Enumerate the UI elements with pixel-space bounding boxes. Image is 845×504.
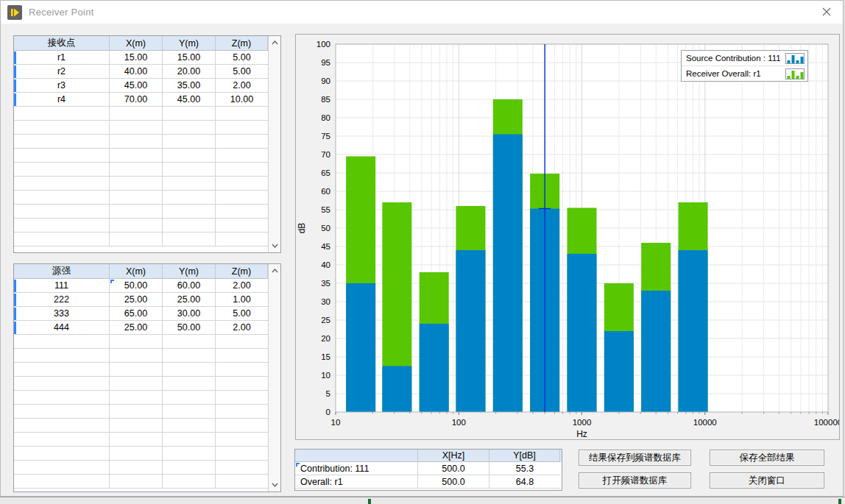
table-cell[interactable]	[110, 121, 163, 135]
spectrum-bar-chart[interactable]: 0510152025303540455055606570758085909510…	[296, 35, 839, 439]
table-cell[interactable]: 20.00	[163, 65, 216, 79]
table-cell[interactable]	[14, 233, 110, 246]
table-cell[interactable]: 222	[14, 293, 110, 307]
table-cell[interactable]: 70.00	[110, 93, 163, 107]
table-cell[interactable]	[163, 163, 216, 177]
table-cell[interactable]	[163, 177, 216, 191]
table-cell[interactable]	[216, 149, 268, 163]
table-cell[interactable]: Contribution: 111	[295, 462, 418, 475]
table-cell[interactable]: 55.3	[489, 462, 560, 475]
close-icon[interactable]	[810, 1, 843, 23]
table-cell[interactable]	[14, 405, 110, 419]
table-cell[interactable]: Overall: r1	[295, 475, 418, 489]
table-cell[interactable]	[110, 191, 163, 205]
table-cell[interactable]	[110, 419, 163, 433]
table-cell[interactable]	[14, 163, 110, 177]
table-cell[interactable]	[163, 461, 216, 475]
table-cell[interactable]	[163, 205, 216, 219]
table-cell[interactable]: r2	[14, 65, 110, 79]
table-cell[interactable]	[163, 475, 216, 489]
table-cell[interactable]	[163, 377, 216, 391]
table-cell[interactable]	[110, 461, 163, 475]
save-to-spectrum-db-button[interactable]: 结果保存到频谱数据库	[579, 450, 691, 466]
table-cell[interactable]	[110, 475, 163, 489]
table-cell[interactable]	[163, 191, 216, 205]
table-cell[interactable]: 45.00	[163, 93, 216, 107]
table-cell[interactable]: 444	[14, 321, 110, 335]
legend-item-overall[interactable]: Receiver Overall: r1	[682, 65, 807, 81]
table-cell[interactable]: 5.00	[216, 51, 268, 65]
table-cell[interactable]	[110, 335, 163, 349]
table-cell[interactable]	[110, 205, 163, 219]
table-cell[interactable]	[216, 121, 268, 135]
table-cell[interactable]	[163, 349, 216, 363]
table-cell[interactable]	[14, 135, 110, 149]
table-cell[interactable]	[110, 149, 163, 163]
table-cell[interactable]: r3	[14, 79, 110, 93]
scroll-up-icon[interactable]	[269, 37, 280, 49]
table-cell[interactable]	[216, 177, 268, 191]
table-cell[interactable]: 35.00	[163, 79, 216, 93]
table-cell[interactable]	[110, 405, 163, 419]
table-cell[interactable]	[14, 447, 110, 461]
table-cell[interactable]	[216, 475, 268, 489]
table-cell[interactable]: 25.00	[110, 293, 163, 307]
table-cell[interactable]	[110, 377, 163, 391]
table-cell[interactable]	[14, 121, 110, 135]
table-cell[interactable]: 45.00	[110, 79, 163, 93]
close-window-button[interactable]: 关闭窗口	[710, 472, 824, 489]
scroll-down-icon[interactable]	[269, 240, 280, 252]
scroll-down-icon[interactable]	[269, 479, 280, 491]
table-cell[interactable]: 50.00	[163, 321, 216, 335]
table-cell[interactable]	[163, 405, 216, 419]
table-cell[interactable]	[216, 233, 268, 246]
table-cell[interactable]: r4	[14, 93, 110, 107]
table-cell[interactable]	[163, 219, 216, 233]
table-cell[interactable]: 65.00	[110, 307, 163, 321]
table-cell[interactable]	[163, 391, 216, 405]
table-cell[interactable]	[110, 219, 163, 233]
table-cell[interactable]	[14, 349, 110, 363]
table-cell[interactable]: 10.00	[216, 93, 268, 107]
table-cell[interactable]	[216, 335, 268, 349]
table-cell[interactable]	[216, 377, 268, 391]
table-cell[interactable]: 500.0	[418, 462, 489, 475]
table-cell[interactable]	[14, 177, 110, 191]
receiver-table-scrollbar[interactable]	[268, 36, 280, 252]
table-cell[interactable]	[14, 433, 110, 447]
table-cell[interactable]: 40.00	[110, 65, 163, 79]
table-cell[interactable]: 25.00	[163, 293, 216, 307]
table-cell[interactable]	[163, 447, 216, 461]
table-cell[interactable]	[163, 233, 216, 246]
table-cell[interactable]	[110, 363, 163, 377]
table-cell[interactable]	[163, 419, 216, 433]
table-cell[interactable]	[163, 335, 216, 349]
table-cell[interactable]: 50.00	[110, 279, 163, 293]
table-cell[interactable]	[110, 163, 163, 177]
chart-legend[interactable]: Source Contribution : 111 Receiver Overa…	[681, 50, 808, 82]
table-cell[interactable]: 30.00	[163, 307, 216, 321]
table-cell[interactable]: 111	[14, 279, 110, 293]
table-cell[interactable]	[163, 149, 216, 163]
table-cell[interactable]	[110, 349, 163, 363]
table-cell[interactable]	[14, 191, 110, 205]
table-cell[interactable]	[110, 233, 163, 246]
table-cell[interactable]	[216, 461, 268, 475]
save-all-results-button[interactable]: 保存全部结果	[710, 450, 824, 466]
table-cell[interactable]	[216, 419, 268, 433]
table-cell[interactable]: 60.00	[163, 279, 216, 293]
table-cell[interactable]	[163, 363, 216, 377]
table-cell[interactable]: 25.00	[110, 321, 163, 335]
table-cell[interactable]	[163, 107, 216, 121]
table-cell[interactable]: 2.00	[216, 79, 268, 93]
table-cell[interactable]	[216, 219, 268, 233]
table-cell[interactable]	[14, 149, 110, 163]
table-cell[interactable]	[216, 107, 268, 121]
table-cell[interactable]: 5.00	[216, 65, 268, 79]
table-cell[interactable]	[14, 419, 110, 433]
table-cell[interactable]: 500.0	[418, 475, 489, 489]
table-cell[interactable]: 15.00	[110, 51, 163, 65]
table-cell[interactable]	[163, 135, 216, 149]
table-cell[interactable]	[110, 177, 163, 191]
table-cell[interactable]: 2.00	[216, 279, 268, 293]
